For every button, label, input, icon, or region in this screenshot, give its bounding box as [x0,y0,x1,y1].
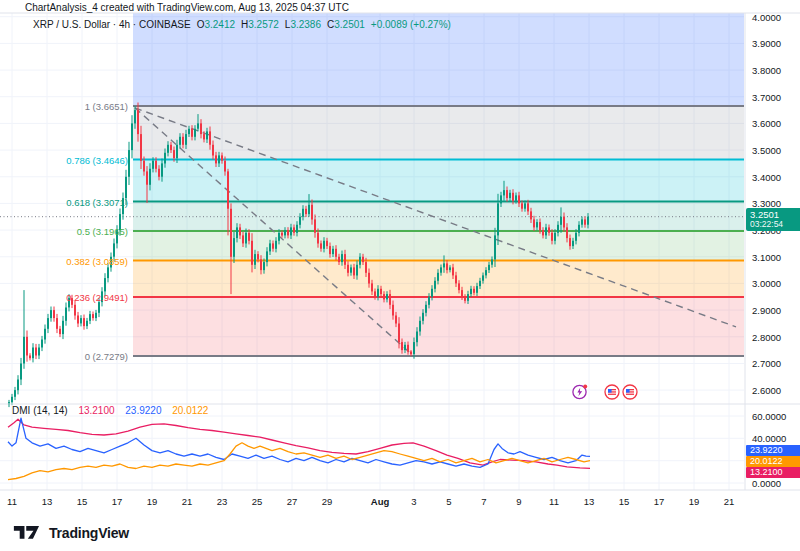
dmi-axis-tick: 40.0000 [752,433,786,444]
time-axis-label: 11 [549,496,559,507]
price-axis-tick: 2.9000 [752,305,781,316]
fib-bands [133,13,744,356]
time-axis-label: Aug [371,496,389,507]
dmi-adx-value: 13.2100 [78,405,114,416]
price-axis-tick: 3.0000 [752,278,781,289]
fib-label: 0.786 (3.4646) [0,155,128,166]
lightning-event-icon[interactable] [571,383,589,401]
plus-di-badge: 23.9220 [746,445,800,456]
us-flag-event-icon[interactable] [603,383,621,401]
tradingview-logo-icon [13,524,43,541]
dmi-plot [8,418,590,479]
dmi-name: DMI [12,405,30,416]
event-icons-row [0,383,800,401]
time-axis-label: 7 [481,496,486,507]
time-axis-label: 27 [287,496,298,507]
fib-label: 0 (2.7279) [0,351,128,362]
fib-label: 0.236 (2.9491) [0,292,128,303]
dmi-plus-di-value: 23.9220 [125,405,161,416]
price-axis-tick: 3.1000 [752,252,781,263]
tradingview-chart-snapshot: ChartAnalysis_4 created with TradingView… [0,0,800,551]
time-axis-label: 17 [654,496,665,507]
open-value: 3.2412 [204,19,235,30]
fib-label: 0.382 (3.0859) [0,256,128,267]
time-axis-label: 15 [77,496,88,507]
time-axis-label: 15 [619,496,630,507]
time-axis-label: 21 [724,496,735,507]
fib-label: 0.5 (3.1965) [0,226,128,237]
time-axis-label: 17 [112,496,123,507]
dmi-axis-tick: 0.0000 [752,478,781,489]
snapshot-title: ChartAnalysis_4 created with TradingView… [25,2,349,13]
time-axis-label: 19 [689,496,700,507]
dmi-minus-di-value: 20.0122 [172,405,208,416]
time-axis-label: 19 [147,496,158,507]
symbol-legend[interactable]: XRP / U.S. Dollar · 4h · COINBASEO3.2412… [33,19,451,30]
time-axis-label: 13 [584,496,595,507]
adx-badge: 13.2100 [746,467,800,478]
price-axis-tick: 3.5000 [752,145,781,156]
fib-label: 1 (3.6651) [0,101,128,112]
low-value: 3.2386 [290,19,321,30]
price-axis-tick: 3.4000 [752,172,781,183]
last-price-badge: 3.2501 03:22:54 [746,208,800,231]
time-axis-label: 29 [322,496,333,507]
time-axis-label: 23 [217,496,228,507]
time-axis-label: 25 [252,496,263,507]
time-axis-label: 13 [42,496,53,507]
price-axis-tick: 3.7000 [752,92,781,103]
close-value: 3.2501 [334,19,365,30]
time-axis-label: 11 [7,496,17,507]
price-axis-tick: 3.6000 [752,118,781,129]
chart-canvas[interactable] [0,0,800,551]
minus-di-badge: 20.0122 [746,456,800,467]
time-axis-label: 3 [411,496,416,507]
us-flag-event-icon[interactable] [621,383,639,401]
time-axis-label: 21 [182,496,193,507]
price-axis-tick: 3.8000 [752,65,781,76]
time-axis-label: 9 [516,496,521,507]
price-axis-tick: 2.8000 [752,332,781,343]
tradingview-logo[interactable]: TradingView [13,524,129,541]
price-axis-tick: 3.9000 [752,38,781,49]
symbol-description: XRP / U.S. Dollar · 4h · COINBASE [33,19,191,30]
time-axis-label: 5 [446,496,451,507]
dmi-params: (14, 14) [33,405,67,416]
dmi-axis-tick: 60.0000 [752,411,786,422]
high-value: 3.2572 [248,19,279,30]
bar-countdown: 03:22:54 [750,220,800,229]
price-axis-tick: 2.7000 [752,358,781,369]
tradingview-logo-text: TradingView [49,525,129,541]
change-value: +0.0089 (+0.27%) [371,19,451,30]
price-axis-tick: 4.0000 [752,12,781,23]
fib-label: 0.618 (3.3071) [0,197,128,208]
dmi-indicator-legend[interactable]: DMI (14, 14) 13.2100 23.9220 20.0122 [12,405,208,416]
